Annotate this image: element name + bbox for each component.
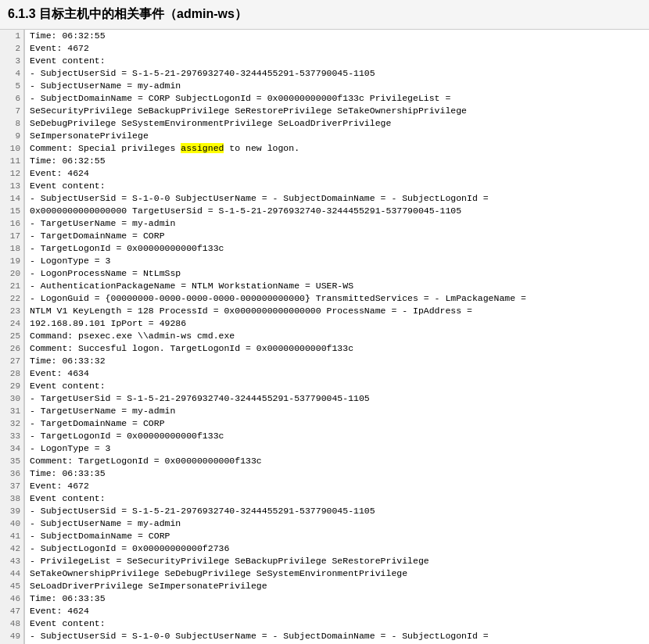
line-number-13: 13: [0, 180, 23, 192]
code-line-33: - TargetLogonId = 0x00000000000f133c: [30, 430, 644, 442]
code-line-37: Event: 4672: [30, 480, 644, 492]
line-number-3: 3: [0, 55, 23, 67]
code-line-28: Event: 4634: [30, 367, 644, 380]
code-line-14: - SubjectUserSid = S-1-0-0 SubjectUserNa…: [30, 192, 644, 205]
highlight-assigned: assigned: [181, 143, 224, 153]
code-line-35: Comment: TargetLogonId = 0x00000000000f1…: [30, 455, 644, 467]
code-line-3: Event content:: [30, 55, 644, 67]
line-number-28: 28: [0, 367, 23, 380]
code-line-27: Time: 06:33:32: [30, 355, 644, 367]
line-number-35: 35: [0, 455, 23, 467]
code-line-6: - SubjectDomainName = CORP SubjectLogonI…: [30, 92, 644, 105]
code-line-22: - LogonGuid = {00000000-0000-0000-0000-0…: [30, 292, 644, 305]
line-number-47: 47: [0, 605, 23, 617]
line-number-10: 10: [0, 142, 23, 155]
line-number-11: 11: [0, 155, 23, 167]
code-content: Time: 06:32:55Event: 4672Event content:-…: [25, 30, 649, 644]
line-number-22: 22: [0, 292, 23, 305]
code-line-8: SeDebugPrivilege SeSystemEnvironmentPriv…: [30, 117, 644, 130]
line-number-25: 25: [0, 330, 23, 342]
page-title: 6.1.3 目标主机中的相关事件（admin-ws）: [0, 0, 649, 30]
code-line-29: Event content:: [30, 380, 644, 392]
line-number-42: 42: [0, 542, 23, 555]
code-line-9: SeImpersonatePrivilege: [30, 130, 644, 142]
line-number-14: 14: [0, 192, 23, 205]
line-number-43: 43: [0, 555, 23, 567]
code-line-26: Comment: Succesful logon. TargetLogonId …: [30, 342, 644, 355]
line-number-18: 18: [0, 242, 23, 255]
code-line-5: - SubjectUserName = my-admin: [30, 80, 644, 92]
line-number-17: 17: [0, 230, 23, 242]
line-number-24: 24: [0, 317, 23, 330]
code-line-10: Comment: Special privileges assigned to …: [30, 142, 644, 155]
line-number-32: 32: [0, 417, 23, 430]
line-number-4: 4: [0, 67, 23, 80]
line-number-15: 15: [0, 205, 23, 217]
code-line-34: - LogonType = 3: [30, 442, 644, 455]
code-line-48: Event content:: [30, 617, 644, 630]
code-line-24: 192.168.89.101 IpPort = 49286: [30, 317, 644, 330]
code-line-42: - SubjectLogonId = 0x00000000000f2736: [30, 542, 644, 555]
code-line-32: - TargetDomainName = CORP: [30, 417, 644, 430]
line-number-40: 40: [0, 517, 23, 530]
line-number-6: 6: [0, 92, 23, 105]
code-line-4: - SubjectUserSid = S-1-5-21-2976932740-3…: [30, 67, 644, 80]
code-line-11: Time: 06:32:55: [30, 155, 644, 167]
line-number-31: 31: [0, 405, 23, 417]
code-line-16: - TargetUserName = my-admin: [30, 217, 644, 230]
code-line-12: Event: 4624: [30, 167, 644, 180]
line-number-44: 44: [0, 567, 23, 580]
line-number-37: 37: [0, 480, 23, 492]
code-line-31: - TargetUserName = my-admin: [30, 405, 644, 417]
code-line-44: SeTakeOwnershipPrivilege SeDebugPrivileg…: [30, 567, 644, 580]
code-line-40: - SubjectUserName = my-admin: [30, 517, 644, 530]
line-number-38: 38: [0, 492, 23, 505]
line-number-16: 16: [0, 217, 23, 230]
line-number-46: 46: [0, 592, 23, 605]
line-number-21: 21: [0, 280, 23, 292]
line-number-39: 39: [0, 505, 23, 517]
code-line-39: - SubjectUserSid = S-1-5-21-2976932740-3…: [30, 505, 644, 517]
page-header: 6.1.3 目标主机中的相关事件（admin-ws）: [0, 0, 649, 30]
line-number-30: 30: [0, 392, 23, 405]
code-line-23: NTLM V1 KeyLength = 128 ProcessId = 0x00…: [30, 305, 644, 317]
line-number-41: 41: [0, 530, 23, 542]
code-line-2: Event: 4672: [30, 42, 644, 55]
code-line-17: - TargetDomainName = CORP: [30, 230, 644, 242]
line-number-33: 33: [0, 430, 23, 442]
line-number-8: 8: [0, 117, 23, 130]
line-number-34: 34: [0, 442, 23, 455]
code-line-20: - LogonProcessName = NtLmSsp: [30, 267, 644, 280]
code-line-45: SeLoadDriverPrivilege SeImpersonatePrivi…: [30, 580, 644, 592]
line-number-7: 7: [0, 105, 23, 117]
line-number-36: 36: [0, 467, 23, 480]
line-number-20: 20: [0, 267, 23, 280]
code-line-18: - TargetLogonId = 0x00000000000f133c: [30, 242, 644, 255]
code-line-49: - SubjectUserSid = S-1-0-0 SubjectUserNa…: [30, 630, 644, 642]
line-number-9: 9: [0, 130, 23, 142]
code-line-19: - LogonType = 3: [30, 255, 644, 267]
code-line-21: - AuthenticationPackageName = NTLM Works…: [30, 280, 644, 292]
code-line-41: - SubjectDomainName = CORP: [30, 530, 644, 542]
line-number-5: 5: [0, 80, 23, 92]
code-line-38: Event content:: [30, 492, 644, 505]
code-line-36: Time: 06:33:35: [30, 467, 644, 480]
code-line-7: SeSecurityPrivilege SeBackupPrivilege Se…: [30, 105, 644, 117]
line-number-27: 27: [0, 355, 23, 367]
line-number-48: 48: [0, 617, 23, 630]
code-line-30: - TargetUserSid = S-1-5-21-2976932740-32…: [30, 392, 644, 405]
line-numbers: 1234567891011121314151617181920212223242…: [0, 30, 25, 644]
code-line-13: Event content:: [30, 180, 644, 192]
line-number-23: 23: [0, 305, 23, 317]
code-line-25: Command: psexec.exe \\admin-ws cmd.exe: [30, 330, 644, 342]
code-line-43: - PrivilegeList = SeSecurityPrivilege Se…: [30, 555, 644, 567]
line-number-12: 12: [0, 167, 23, 180]
code-line-46: Time: 06:33:35: [30, 592, 644, 605]
line-number-1: 1: [0, 30, 23, 42]
code-line-15: 0x0000000000000000 TargetUserSid = S-1-5…: [30, 205, 644, 217]
line-number-26: 26: [0, 342, 23, 355]
content-area: 1234567891011121314151617181920212223242…: [0, 30, 649, 644]
line-number-29: 29: [0, 380, 23, 392]
line-number-2: 2: [0, 42, 23, 55]
code-line-47: Event: 4624: [30, 605, 644, 617]
